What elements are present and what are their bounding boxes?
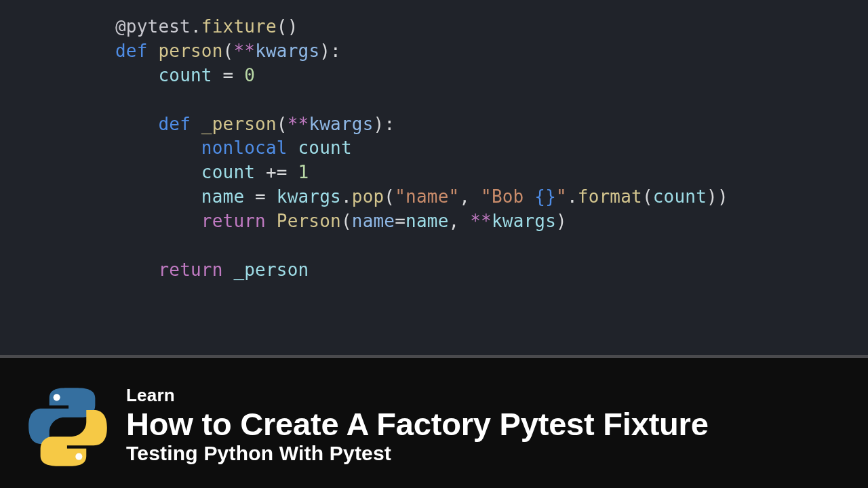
code-token: def	[115, 41, 158, 61]
code-token	[115, 186, 201, 207]
code-token	[115, 114, 158, 134]
code-token: "name"	[395, 186, 459, 207]
code-token: kwargs	[255, 41, 319, 61]
code-token: ):	[374, 114, 395, 134]
code-token: count	[298, 138, 352, 158]
code-token: def	[158, 114, 201, 134]
code-token: (	[277, 114, 288, 134]
code-token: ))	[707, 186, 728, 207]
python-logo-icon	[27, 386, 108, 468]
code-token: count	[158, 65, 212, 85]
code-token: {}	[534, 186, 556, 207]
code-token: kwargs	[277, 186, 341, 207]
code-token: ,	[459, 186, 481, 207]
code-token: (	[341, 211, 352, 231]
code-token: name	[352, 211, 395, 231]
code-token: =	[244, 186, 277, 207]
code-token: (	[642, 186, 653, 207]
thumbnail-stage: @pytest.fixture() def person(**kwargs): …	[0, 0, 868, 488]
code-token: "	[556, 186, 567, 207]
code-token: kwargs	[492, 211, 556, 231]
code-token: return	[158, 260, 233, 280]
code-token: _person	[201, 114, 277, 134]
code-token: @pytest	[115, 16, 191, 37]
code-token: (	[223, 41, 234, 61]
code-token	[115, 138, 201, 158]
code-token: .	[341, 186, 352, 207]
banner-eyebrow: Learn	[126, 385, 709, 406]
code-token: format	[578, 186, 642, 207]
code-token: 0	[244, 65, 255, 85]
code-token	[115, 260, 158, 280]
code-token: 1	[298, 162, 309, 182]
code-token: (	[384, 186, 395, 207]
code-token: name	[201, 186, 244, 207]
code-token: ):	[319, 41, 341, 61]
code-token: _person	[233, 260, 309, 280]
banner: Learn How to Create A Factory Pytest Fix…	[0, 358, 868, 488]
code-token: pop	[352, 186, 384, 207]
svg-point-1	[75, 453, 82, 460]
code-token: **	[233, 41, 255, 61]
code-token: kwargs	[309, 114, 373, 134]
code-token: +=	[255, 162, 298, 182]
code-token: name	[406, 211, 448, 231]
svg-point-0	[54, 394, 60, 401]
code-token: fixture	[201, 16, 277, 37]
code-token	[115, 89, 126, 110]
code-token: return	[201, 211, 277, 231]
code-token	[115, 211, 201, 231]
code-token: nonlocal	[201, 138, 298, 158]
code-token: )	[556, 211, 567, 231]
code-token: =	[212, 65, 245, 85]
code-token: Person	[277, 211, 341, 231]
code-token	[115, 65, 158, 85]
code-token	[115, 162, 201, 182]
code-token: .	[191, 16, 201, 37]
code-token: **	[470, 211, 492, 231]
code-token: count	[201, 162, 255, 182]
code-token: .	[567, 186, 578, 207]
code-token: person	[158, 41, 222, 61]
banner-subtitle: Testing Python With Pytest	[126, 442, 709, 465]
code-token: ,	[449, 211, 471, 231]
code-token	[115, 235, 126, 256]
code-token: "Bob	[481, 186, 534, 207]
code-token: **	[288, 114, 309, 134]
code-token: =	[395, 211, 406, 231]
banner-headline: How to Create A Factory Pytest Fixture	[126, 407, 709, 441]
banner-titles: Learn How to Create A Factory Pytest Fix…	[126, 382, 709, 465]
code-token: ()	[277, 16, 298, 37]
code-token: count	[653, 186, 707, 207]
code-panel: @pytest.fixture() def person(**kwargs): …	[0, 0, 868, 355]
code-block: @pytest.fixture() def person(**kwargs): …	[115, 15, 868, 283]
